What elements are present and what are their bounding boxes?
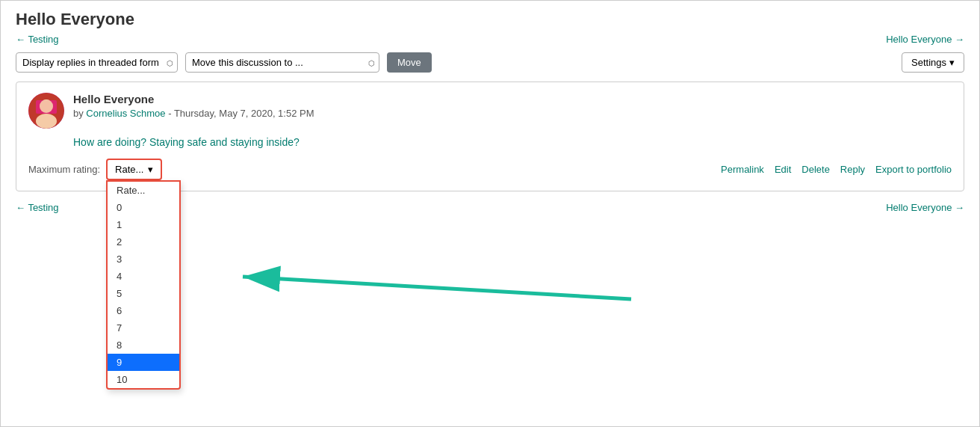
rating-label: Maximum rating:	[28, 164, 100, 175]
author-link[interactable]: Cornelius Schmoe	[86, 108, 165, 119]
rate-option-4[interactable]: 4	[108, 268, 179, 285]
rate-button[interactable]: Rate... ▾	[106, 159, 162, 180]
rate-option-rate[interactable]: Rate...	[108, 182, 179, 199]
rate-option-6[interactable]: 6	[108, 302, 179, 319]
display-replies-wrapper: Display replies in threaded form	[16, 52, 178, 73]
rate-option-5[interactable]: 5	[108, 285, 179, 302]
post-meta: Hello Everyone by Cornelius Schmoe - Thu…	[73, 93, 314, 119]
author-line: by Cornelius Schmoe - Thursday, May 7, 2…	[73, 108, 314, 119]
nav-back-link[interactable]: Testing	[16, 34, 59, 45]
post-actions: Permalink Edit Delete Reply Export to po…	[721, 164, 952, 175]
rate-btn-label: Rate...	[115, 164, 143, 175]
post-content: How are doing? Staying safe and staying …	[73, 136, 952, 148]
reply-link[interactable]: Reply	[840, 164, 865, 175]
rate-option-8[interactable]: 8	[108, 337, 179, 354]
top-nav: Testing Hello Everyone	[16, 34, 964, 45]
post-header: Hello Everyone by Cornelius Schmoe - Thu…	[28, 93, 952, 129]
delete-link[interactable]: Delete	[801, 164, 830, 175]
arrow-annotation	[198, 232, 646, 337]
toolbar: Display replies in threaded form Move th…	[16, 52, 964, 73]
permalink-link[interactable]: Permalink	[721, 164, 764, 175]
bottom-nav-back-link[interactable]: Testing	[16, 202, 59, 213]
rate-option-10[interactable]: 10	[108, 371, 179, 388]
rate-option-1[interactable]: 1	[108, 216, 179, 233]
nav-forward-link[interactable]: Hello Everyone	[886, 34, 964, 45]
avatar	[28, 93, 64, 129]
settings-chevron-icon: ▾	[949, 57, 955, 68]
bottom-nav-forward-link[interactable]: Hello Everyone	[886, 202, 964, 213]
rate-select-wrapper: Rate... ▾ Rate... 0 1 2 3 4 5 6 7 8	[106, 159, 162, 180]
rating-area: Maximum rating: Rate... ▾ Rate... 0 1 2 …	[28, 159, 162, 180]
discussion-box: Hello Everyone by Cornelius Schmoe - Thu…	[16, 82, 964, 191]
settings-label: Settings	[911, 57, 946, 68]
rate-option-3[interactable]: 3	[108, 251, 179, 268]
svg-point-2	[36, 114, 57, 129]
settings-button[interactable]: Settings ▾	[902, 52, 964, 73]
page-title: Hello Everyone	[16, 10, 964, 29]
move-discussion-wrapper: Move this discussion to ...	[185, 52, 379, 73]
move-discussion-select[interactable]: Move this discussion to ...	[185, 52, 379, 73]
post-footer: Maximum rating: Rate... ▾ Rate... 0 1 2 …	[28, 159, 952, 180]
post-date: Thursday, May 7, 2020, 1:52 PM	[174, 108, 314, 119]
edit-link[interactable]: Edit	[775, 164, 791, 175]
post-title: Hello Everyone	[73, 93, 314, 105]
rate-option-0[interactable]: 0	[108, 199, 179, 216]
rate-dropdown: Rate... 0 1 2 3 4 5 6 7 8 9 10	[106, 180, 181, 390]
rate-option-9[interactable]: 9	[108, 354, 179, 371]
rate-option-7[interactable]: 7	[108, 319, 179, 337]
export-link[interactable]: Export to portfolio	[875, 164, 952, 175]
move-button[interactable]: Move	[387, 52, 432, 73]
svg-point-4	[40, 99, 53, 113]
rate-option-2[interactable]: 2	[108, 233, 179, 251]
rate-chevron-icon: ▾	[148, 164, 153, 175]
svg-line-6	[243, 277, 631, 299]
display-replies-select[interactable]: Display replies in threaded form	[16, 52, 178, 73]
